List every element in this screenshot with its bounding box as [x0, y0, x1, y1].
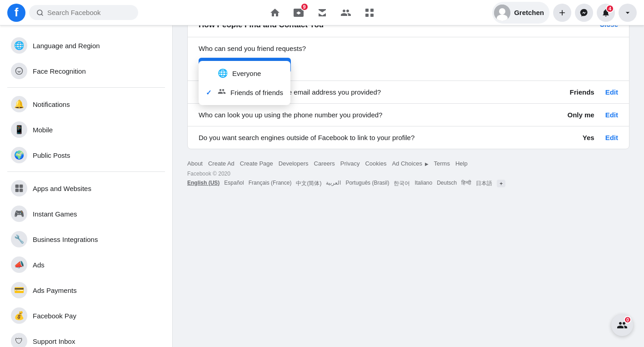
videos-badge: 9 — [300, 3, 309, 11]
public-posts-icon: 🌍 — [11, 147, 27, 163]
footer-lang-francais[interactable]: Français (France) — [249, 180, 292, 187]
footer-link-developers[interactable]: Developers — [279, 160, 309, 167]
nav-home-button[interactable] — [264, 2, 286, 24]
sidebar-label-language-region: Language and Region — [33, 42, 100, 50]
notifications-sidebar-icon: 🔔 — [11, 96, 27, 112]
search-input[interactable] — [47, 9, 131, 16]
footer-link-careers[interactable]: Careers — [314, 160, 335, 167]
sidebar-label-face-recognition: Face Recognition — [33, 67, 86, 75]
notifications-button[interactable]: 4 — [597, 4, 615, 22]
face-icon — [11, 63, 27, 79]
footer-lang-italian[interactable]: Italiano — [414, 180, 432, 187]
sidebar-item-ads[interactable]: 📣 Ads — [4, 252, 169, 277]
sidebar-item-face-recognition[interactable]: Face Recognition — [4, 58, 169, 84]
avatar-image — [494, 5, 510, 21]
sidebar-item-ads-payments[interactable]: 💳 Ads Payments — [4, 277, 169, 303]
nav-videos-button[interactable]: 9 — [288, 2, 310, 24]
friend-requests-question: Who can send you friend requests? — [199, 45, 618, 52]
email-edit-button[interactable]: Edit — [605, 88, 618, 96]
menu-button[interactable] — [619, 4, 637, 22]
sidebar-label-business-integrations: Business Integrations — [33, 236, 98, 243]
sidebar-label-public-posts: Public Posts — [33, 151, 70, 159]
sidebar-item-business-integrations[interactable]: 🔧 Business Integrations — [4, 226, 169, 252]
mobile-icon: 📱 — [11, 121, 27, 138]
sidebar-divider-2 — [7, 171, 165, 172]
search-engines-edit-button[interactable]: Edit — [605, 134, 618, 141]
footer-link-privacy[interactable]: Privacy — [340, 160, 360, 167]
footer-link-terms[interactable]: Terms — [434, 160, 450, 167]
sidebar-item-instant-games[interactable]: 🎮 Instant Games — [4, 201, 169, 226]
footer-link-help[interactable]: Help — [455, 160, 468, 167]
search-engines-question: Do you want search engines outside of Fa… — [199, 134, 549, 141]
notifications-badge: 4 — [606, 5, 614, 13]
apps-icon — [15, 184, 24, 193]
marketplace-icon — [317, 7, 328, 18]
footer-languages: English (US) Español Français (France) 中… — [187, 180, 629, 187]
footer-link-create-page[interactable]: Create Page — [240, 160, 273, 167]
footer-lang-japanese[interactable]: 日本語 — [476, 180, 492, 187]
sidebar-item-apps-websites[interactable]: Apps and Websites — [4, 176, 169, 201]
sidebar-item-public-posts[interactable]: 🌍 Public Posts — [4, 142, 169, 168]
footer-lang-korean[interactable]: 한국어 — [394, 180, 410, 187]
user-pill[interactable]: Gretchen — [492, 2, 549, 24]
search-box[interactable] — [29, 5, 138, 20]
more-languages-button[interactable]: + — [497, 180, 505, 187]
svg-rect-3 — [370, 9, 374, 12]
dropdown-option-friends-of-friends[interactable]: ✓ Friends of friends — [199, 83, 290, 102]
sidebar-item-mobile[interactable]: 📱 Mobile — [4, 117, 169, 142]
phone-value: Only me — [549, 111, 594, 119]
sidebar-label-mobile: Mobile — [33, 126, 53, 134]
footer-lang-arabic[interactable]: العربية — [326, 180, 341, 187]
phone-edit-button[interactable]: Edit — [605, 111, 618, 119]
groups-icon — [340, 7, 351, 18]
avatar — [494, 5, 510, 21]
friends-icon — [218, 87, 226, 96]
home-icon — [270, 7, 280, 18]
footer-lang-espanol[interactable]: Español — [224, 180, 244, 187]
ad-choices-icon: ▶ — [425, 161, 429, 166]
svg-rect-12 — [20, 189, 23, 192]
messenger-button[interactable] — [575, 4, 593, 22]
footer-lang-chinese[interactable]: 中文(简体) — [296, 180, 321, 187]
sidebar-item-notifications[interactable]: 🔔 Notifications — [4, 91, 169, 117]
facebook-logo[interactable]: f — [7, 4, 25, 22]
globe-icon: 🌐 — [218, 68, 228, 78]
topnav-center: 9 — [153, 2, 491, 24]
ads-payments-icon: 💳 — [11, 282, 27, 298]
nav-marketplace-button[interactable] — [311, 2, 333, 24]
friends-group-icon — [218, 87, 226, 98]
phone-question: Who can look you up using the phone numb… — [199, 111, 549, 119]
face-recognition-icon — [15, 66, 24, 75]
facebook-pay-icon: 💰 — [11, 307, 27, 322]
plus-icon — [558, 8, 567, 17]
footer-lang-german[interactable]: Deutsch — [437, 180, 457, 187]
footer-lang-english[interactable]: English (US) — [187, 180, 220, 187]
svg-rect-10 — [20, 185, 23, 188]
sidebar-label-notifications: Notifications — [33, 101, 70, 108]
option-everyone-label: Everyone — [232, 70, 261, 77]
svg-rect-5 — [370, 14, 374, 17]
ads-icon: 📣 — [11, 256, 27, 273]
instant-games-icon: 🎮 — [11, 206, 27, 222]
sidebar: 🌐 Language and Region Face Recognition 🔔… — [0, 25, 173, 322]
sidebar-label-apps-websites: Apps and Websites — [33, 185, 91, 192]
svg-point-7 — [499, 8, 505, 15]
topnav-left: f — [7, 4, 153, 22]
sidebar-item-language-region[interactable]: 🌐 Language and Region — [4, 33, 169, 58]
sidebar-item-facebook-pay[interactable]: 💰 Facebook Pay — [4, 303, 169, 322]
svg-rect-11 — [15, 189, 19, 192]
privacy-section: How People Find and Contact You Close Wh… — [187, 11, 629, 149]
footer-lang-portuguese[interactable]: Português (Brasil) — [345, 180, 389, 187]
nav-groups-button[interactable] — [335, 2, 357, 24]
footer-link-create-ad[interactable]: Create Ad — [208, 160, 235, 167]
main-content: How People Find and Contact You Close Wh… — [173, 0, 644, 322]
user-name: Gretchen — [514, 9, 544, 16]
footer-link-cookies[interactable]: Cookies — [365, 160, 386, 167]
add-button[interactable] — [553, 4, 571, 22]
search-icon — [36, 9, 44, 16]
footer-lang-hindi[interactable]: हिन्दी — [461, 180, 471, 187]
footer-link-about[interactable]: About — [187, 160, 203, 167]
nav-pages-button[interactable] — [359, 2, 380, 24]
footer-link-ad-choices[interactable]: Ad Choices ▶ — [392, 160, 428, 167]
dropdown-option-everyone[interactable]: 🌐 Everyone — [199, 64, 290, 83]
